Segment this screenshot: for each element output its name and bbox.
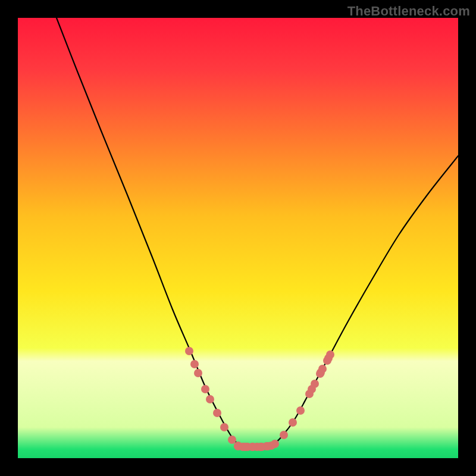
data-dot — [264, 442, 272, 450]
data-dot — [256, 443, 265, 451]
data-dot — [194, 369, 202, 377]
data-dot — [241, 443, 249, 451]
data-dot — [190, 360, 199, 368]
data-dot — [296, 406, 305, 415]
data-dot — [326, 350, 334, 359]
data-dot — [220, 423, 228, 431]
data-dot — [318, 365, 327, 373]
plot-area — [18, 18, 458, 458]
data-dot — [213, 409, 221, 417]
data-dot — [289, 418, 297, 427]
data-dot — [228, 436, 236, 444]
data-dot — [234, 441, 242, 450]
data-dot — [249, 443, 257, 451]
data-dot — [201, 385, 209, 393]
chart-frame: TheBottleneck.com — [0, 0, 476, 476]
data-dot — [280, 431, 288, 439]
data-dot — [185, 347, 193, 355]
gradient-background — [18, 18, 458, 458]
chart-svg — [18, 18, 458, 458]
watermark-text: TheBottleneck.com — [347, 4, 470, 19]
data-dot — [206, 395, 214, 403]
data-dot — [271, 440, 279, 448]
data-dot — [311, 380, 319, 388]
